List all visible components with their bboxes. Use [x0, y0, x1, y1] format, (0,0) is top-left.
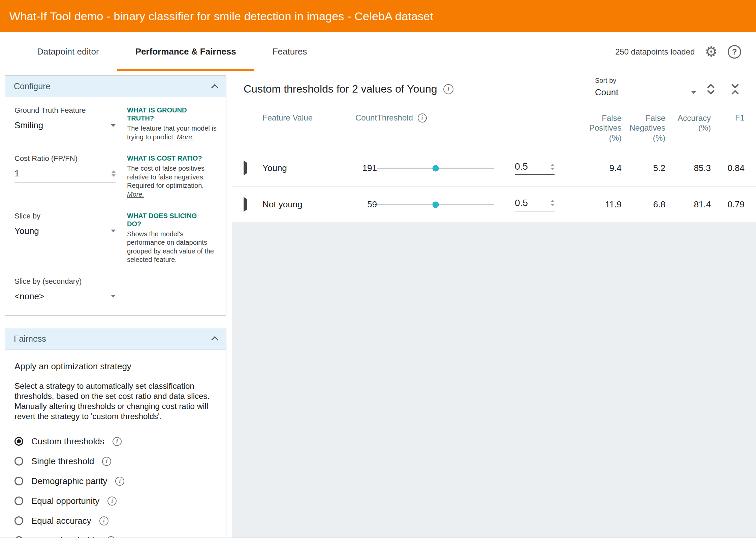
sort-by-select[interactable]: Count [595, 87, 696, 101]
option-label: Single threshold [31, 456, 94, 467]
dropdown-caret-icon [111, 295, 116, 298]
info-icon[interactable] [99, 516, 108, 525]
content-area: Configure Ground Truth Feature Smiling [0, 71, 756, 538]
slice-secondary-field: Slice by (secondary) <none> [14, 277, 116, 305]
tab-datapoint-editor[interactable]: Datapoint editor [19, 32, 117, 71]
performance-main-panel: Custom thresholds for 2 values of Young … [232, 71, 756, 538]
threshold-input[interactable]: 0.5 [515, 198, 555, 211]
feature-value-cell: Not young [262, 199, 333, 210]
dropdown-caret-icon [691, 91, 696, 94]
cost-ratio-input[interactable]: 1 [14, 168, 116, 182]
radio-button-icon [14, 457, 23, 466]
f1-cell: 0.79 [711, 199, 745, 210]
cost-ratio-label: Cost Ratio (FP/FN) [14, 154, 116, 163]
number-stepper[interactable] [112, 170, 116, 177]
main-header: Custom thresholds for 2 values of Young … [232, 71, 756, 107]
fairness-option-custom-thresholds[interactable]: Custom thresholds [14, 436, 217, 447]
info-icon[interactable] [115, 477, 124, 486]
number-stepper[interactable] [550, 164, 555, 170]
threshold-slider[interactable] [377, 168, 494, 169]
row-expand-arrow[interactable] [244, 197, 247, 212]
cost-ratio-help: WHAT IS COST RATIO? The cost of false po… [127, 154, 217, 199]
tab-label: Features [273, 46, 307, 57]
slice-by-value: Young [14, 226, 39, 236]
slice-by-help-title: WHAT DOES SLICING DO? [127, 212, 213, 228]
stepper-down-icon [550, 168, 555, 170]
sort-by-block: Sort by Count [595, 77, 696, 101]
fairness-option-single-threshold[interactable]: Single threshold [14, 456, 217, 467]
stepper-down-icon [112, 174, 116, 177]
info-icon[interactable] [102, 457, 111, 466]
unfold-more-icon [704, 82, 718, 96]
configure-panel-header[interactable]: Configure [5, 76, 226, 97]
threshold-slider[interactable] [377, 204, 494, 205]
fairness-panel-header[interactable]: Fairness [5, 328, 226, 350]
stepper-up-icon [550, 200, 555, 202]
ground-truth-value: Smiling [14, 120, 43, 131]
slider-thumb[interactable] [432, 201, 439, 208]
dropdown-caret-icon [111, 124, 116, 127]
bottom-strip [0, 538, 756, 546]
table-row-not-young: Not young 59 0.5 11.9 6.8 81.4 0.79 [232, 186, 756, 223]
info-icon[interactable] [113, 437, 122, 446]
unfold-more-button[interactable] [701, 80, 720, 99]
help-text-body: The cost of false positives relative to … [127, 165, 205, 189]
more-link[interactable]: More. [127, 191, 144, 198]
number-stepper[interactable] [550, 200, 555, 206]
accuracy-cell: 85.3 [665, 163, 711, 173]
fairness-panel-body: Apply an optimization strategy Select a … [5, 350, 226, 538]
slice-secondary-help-empty [127, 277, 217, 305]
f1-cell: 0.84 [711, 163, 745, 173]
slice-by-label: Slice by [14, 212, 116, 220]
optimization-strategy-subtitle: Apply an optimization strategy [14, 361, 217, 372]
fairness-title: Fairness [14, 334, 46, 344]
false-negatives-cell: 5.2 [622, 163, 665, 173]
slice-secondary-select[interactable]: <none> [14, 291, 116, 305]
header-false-negatives: False Negatives (%) [622, 113, 665, 143]
slider-thumb[interactable] [432, 165, 439, 171]
optimization-strategy-description: Select a strategy to automatically set c… [14, 381, 217, 421]
ground-truth-help-title: WHAT IS GROUND TRUTH? [127, 106, 213, 122]
false-positives-cell: 9.4 [566, 163, 622, 173]
tab-features[interactable]: Features [254, 32, 325, 71]
table-header-row: Feature Value Count Threshold False Posi… [232, 107, 756, 150]
settings-gear-icon[interactable] [705, 45, 718, 59]
row-expand-arrow[interactable] [244, 161, 247, 175]
threshold-value: 0.5 [515, 198, 528, 208]
radio-button-icon [14, 477, 23, 485]
threshold-input[interactable]: 0.5 [515, 161, 555, 175]
ground-truth-label: Ground Truth Feature [14, 106, 116, 115]
title-info-icon[interactable] [443, 84, 453, 94]
ground-truth-select[interactable]: Smiling [14, 120, 116, 134]
threshold-info-icon[interactable] [418, 113, 427, 123]
slice-by-help: WHAT DOES SLICING DO? Shows the model's … [127, 212, 217, 264]
tab-label: Datapoint editor [37, 46, 99, 57]
slice-by-select[interactable]: Young [14, 226, 116, 240]
app-header: What-If Tool demo - binary classifier fo… [0, 0, 756, 32]
slice-by-field: Slice by Young [14, 212, 116, 264]
radio-button-icon [14, 437, 23, 446]
fairness-option-equal-accuracy[interactable]: Equal accuracy [14, 516, 217, 526]
unfold-less-icon [728, 82, 742, 96]
slice-secondary-label: Slice by (secondary) [14, 277, 116, 286]
fairness-option-equal-opportunity[interactable]: Equal opportunity [14, 496, 217, 506]
count-cell: 191 [333, 163, 377, 173]
header-feature-value: Feature Value [262, 113, 333, 123]
stepper-up-icon [112, 170, 116, 173]
ground-truth-help-text: The feature that your model is trying to… [127, 124, 217, 141]
configure-panel-body: Ground Truth Feature Smiling WHAT IS GRO… [5, 97, 226, 315]
info-icon[interactable] [107, 497, 117, 506]
tab-performance-fairness[interactable]: Performance & Fairness [117, 32, 254, 71]
fairness-option-demographic-parity[interactable]: Demographic parity [14, 476, 217, 486]
help-text-body: The feature that your model is trying to… [127, 125, 217, 141]
slice-by-help-text: Shows the model's performance on datapoi… [127, 230, 217, 264]
more-link[interactable]: More. [177, 133, 194, 141]
help-question-icon[interactable] [728, 45, 741, 59]
header-threshold: Threshold [377, 113, 509, 123]
empty-gray-area [232, 223, 756, 538]
unfold-less-button[interactable] [726, 80, 745, 99]
sort-by-value: Count [595, 87, 618, 98]
collapse-chevron-icon [211, 84, 218, 91]
stepper-up-icon [550, 164, 555, 166]
header-accuracy: Accuracy (%) [665, 113, 711, 133]
